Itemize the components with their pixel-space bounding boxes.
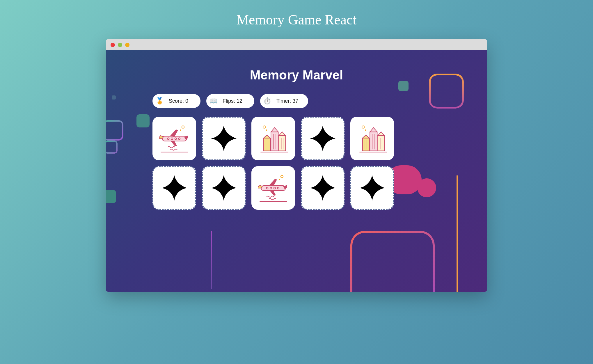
flips-label: Flips: 12 (223, 98, 242, 104)
card-buildings[interactable] (251, 117, 295, 160)
card-back[interactable] (301, 166, 345, 210)
sparkle-icon (211, 175, 237, 201)
page-title: Memory Game React (236, 12, 356, 28)
stats-bar: 🏅 Score: 0 📖 Flips: 12 ⏱️ Timer: 37 (152, 94, 441, 108)
card-grid (152, 117, 441, 210)
browser-window: Memory Marvel 🏅 Score: 0 📖 Flips: 12 ⏱️ … (106, 39, 487, 292)
card-back[interactable] (202, 117, 246, 160)
titlebar (106, 39, 487, 50)
card-airplane[interactable] (152, 117, 196, 160)
card-buildings[interactable] (350, 117, 394, 160)
score-stat: 🏅 Score: 0 (152, 94, 200, 108)
book-icon: 📖 (208, 96, 219, 106)
decoration (350, 231, 435, 292)
airplane-icon (159, 123, 190, 154)
sparkle-icon (211, 126, 237, 151)
timer-stat: ⏱️ Timer: 37 (260, 94, 308, 108)
close-icon[interactable] (111, 43, 115, 47)
card-airplane[interactable] (251, 166, 295, 210)
buildings-icon (357, 123, 388, 154)
decoration (211, 231, 212, 289)
flips-stat: 📖 Flips: 12 (206, 94, 254, 108)
timer-label: Timer: 37 (276, 98, 298, 104)
sparkle-icon (310, 126, 335, 151)
sparkle-icon (359, 175, 385, 201)
card-back[interactable] (350, 166, 394, 210)
card-back[interactable] (301, 117, 345, 160)
stopwatch-icon: ⏱️ (262, 96, 272, 106)
minimize-icon[interactable] (118, 43, 122, 47)
sparkle-icon (161, 175, 187, 201)
maximize-icon[interactable] (125, 43, 129, 47)
card-back[interactable] (202, 166, 246, 210)
airplane-icon (258, 173, 289, 203)
medal-icon: 🏅 (154, 96, 165, 106)
score-label: Score: 0 (169, 98, 188, 104)
game-title: Memory Marvel (152, 68, 441, 82)
sparkle-icon (310, 175, 335, 201)
buildings-icon (258, 123, 289, 154)
app-frame: Memory Marvel 🏅 Score: 0 📖 Flips: 12 ⏱️ … (106, 50, 487, 292)
card-back[interactable] (152, 166, 196, 210)
